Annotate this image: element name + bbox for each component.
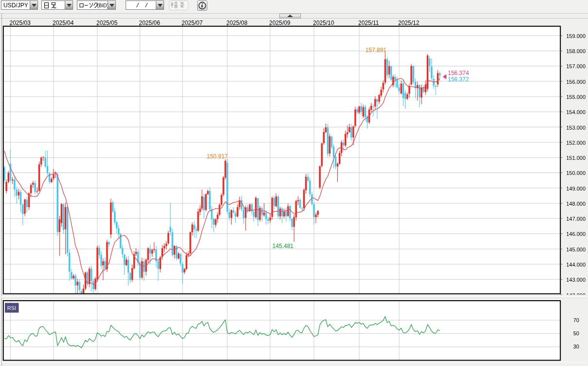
svg-text:147.000: 147.000 [566,216,586,222]
svg-text:145.000: 145.000 [566,247,586,252]
svg-text:150.917: 150.917 [207,153,228,160]
svg-text:154.000: 154.000 [566,109,586,115]
svg-text:144.000: 144.000 [566,262,586,268]
svg-text:2025/05: 2025/05 [96,19,118,26]
svg-text:145.481: 145.481 [273,243,294,250]
svg-text:153.000: 153.000 [566,125,586,131]
svg-text:156.000: 156.000 [566,79,586,85]
svg-text:2025/04: 2025/04 [53,19,74,26]
svg-text:2025/10: 2025/10 [313,19,334,26]
svg-text:157.000: 157.000 [566,63,586,69]
svg-text:150.000: 150.000 [566,170,586,176]
svg-text:143.000: 143.000 [566,277,586,283]
svg-text:157.891: 157.891 [366,47,387,54]
svg-text:70: 70 [573,317,579,323]
svg-text:2025/09: 2025/09 [269,19,291,26]
svg-text:30: 30 [573,344,579,349]
svg-text:149.000: 149.000 [566,186,586,192]
svg-text:146.000: 146.000 [566,231,586,237]
svg-text:2025/12: 2025/12 [398,19,420,26]
svg-text:156.374: 156.374 [448,70,469,77]
svg-text:155.000: 155.000 [566,94,586,100]
svg-text:50: 50 [573,330,579,336]
svg-text:151.000: 151.000 [566,155,586,161]
svg-text:148.000: 148.000 [566,201,586,207]
svg-text:2025/07: 2025/07 [182,19,203,26]
svg-text:2025/06: 2025/06 [139,19,161,26]
svg-text:142.000: 142.000 [566,292,586,298]
svg-text:156.372: 156.372 [448,76,469,83]
svg-text:(BID): (BID) [97,2,109,8]
svg-text:152.000: 152.000 [566,140,586,146]
svg-text:158.000: 158.000 [566,48,586,54]
svg-text:2025/11: 2025/11 [358,19,379,26]
svg-text:RSI: RSI [7,305,16,311]
svg-text:2025/03: 2025/03 [10,19,31,26]
svg-text:2025/08: 2025/08 [226,19,248,26]
svg-text:159.000: 159.000 [566,33,586,39]
